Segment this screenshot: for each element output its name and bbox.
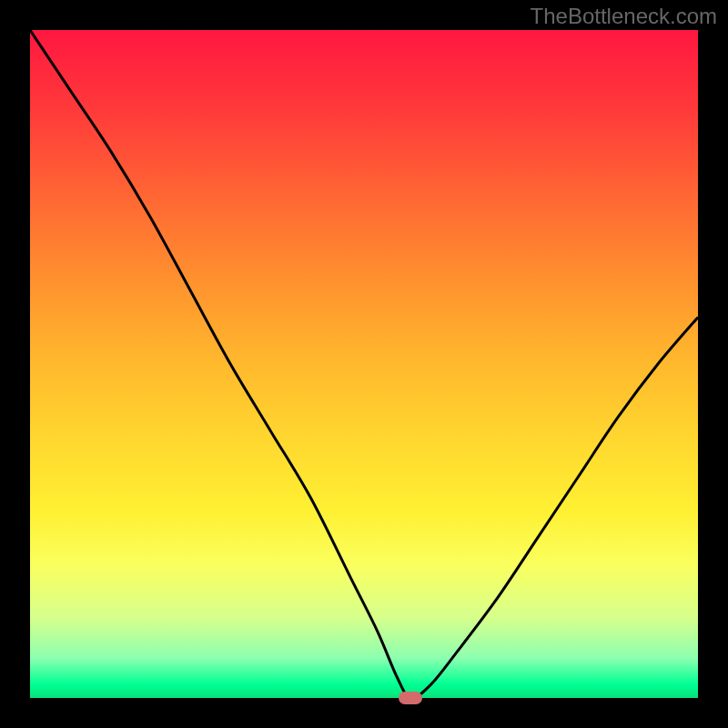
watermark-text: TheBottleneck.com — [531, 4, 717, 29]
plot-area — [30, 30, 698, 698]
chart-container: TheBottleneck.com — [0, 0, 728, 728]
optimum-marker — [399, 692, 422, 704]
curve-svg — [30, 30, 698, 698]
bottleneck-curve-path — [30, 30, 698, 698]
